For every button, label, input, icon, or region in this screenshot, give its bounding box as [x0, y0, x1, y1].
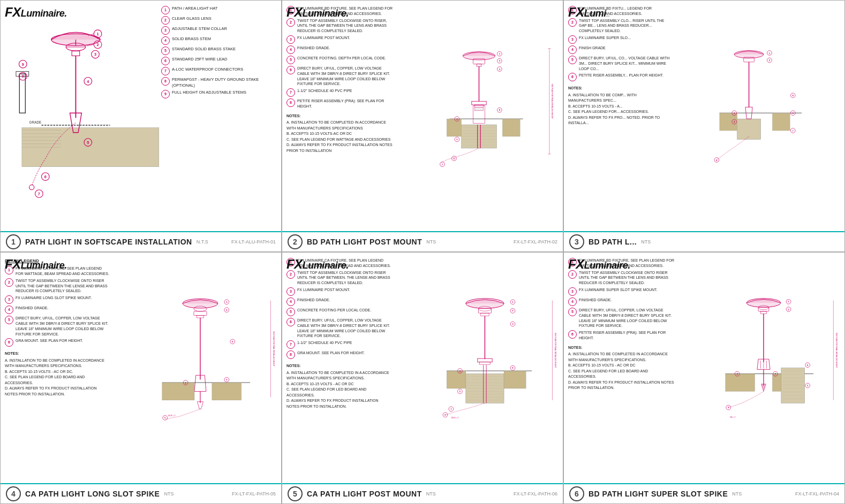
svg-rect-111 — [212, 383, 242, 400]
panel-4-subtitle: NTS — [164, 491, 173, 497]
panel-1-code: FX-LT-ALU-PATH-01 — [231, 239, 276, 245]
notes-3: NOTES: A. INSTALLATION TO BE COMP... WIT… — [568, 86, 670, 126]
svg-text:2: 2 — [499, 59, 500, 62]
panel-1-footer: 1 PATH LIGHT IN SOFTSCAPE INSTALLATION N… — [1, 231, 281, 251]
panel-5-subtitle: NTS — [426, 491, 436, 497]
svg-rect-171 — [760, 311, 766, 314]
svg-rect-45 — [472, 101, 486, 105]
legend-item: 3 FX LUMINAIRE SUPER SLO... — [568, 35, 670, 44]
legend-item: 2 TWIST TOP ASSEMBLY CLOCKWISE ONTO RISE… — [5, 278, 109, 294]
legend-item: 5 DIRECT BURY, UF/UL, CO... VOLTAGE CABL… — [568, 56, 670, 71]
panel-6-title: BD PATH LIGHT SUPER SLOT SPIKE — [589, 490, 728, 498]
svg-text:2: 2 — [769, 59, 771, 62]
legend-4: DETAIL LEGEND 1 FX LUMINAIRE CA FIXTURE.… — [5, 258, 109, 397]
legend-item: 2 TWIST TOP ASSEMBLY CLOCKWISE ONTO RISE… — [568, 270, 675, 286]
panel-4-title: CA PATH LIGHT LONG SLOT SPIKE — [25, 490, 160, 498]
svg-rect-11 — [72, 51, 80, 56]
svg-text:6: 6 — [716, 159, 718, 162]
svg-text:8: 8 — [499, 109, 500, 111]
panel-2-title: BD PATH LIGHT POST MOUNT — [307, 238, 422, 246]
svg-rect-60 — [447, 119, 461, 136]
panel-5-number: 5 — [288, 486, 303, 501]
drawing-svg-6: SEE PLAN FOR FINAL INSTALLED HEIGHT — [690, 253, 844, 463]
panel-3-content: FXLumi... 1 FX LUMINAIRE BD FIXTU... LEG… — [564, 1, 844, 231]
panel-3-footer: 3 BD PATH L... NTS — [564, 231, 844, 251]
notes-4: NOTES: A. INSTALLATION TO BE COMPLETED I… — [5, 351, 109, 397]
panel-1-subtitle: N.T.S — [197, 239, 208, 245]
panel-3: FXLumi... 1 FX LUMINAIRE BD FIXTU... LEG… — [563, 0, 845, 252]
svg-text:6: 6 — [44, 174, 47, 179]
fx-logo-1: FXLuminaire. — [5, 5, 67, 20]
svg-text:8: 8 — [22, 74, 24, 79]
legend-item: 4 FINISHED GRADE. — [5, 306, 109, 314]
panel-5-code: FX-LT-FXL-PATH-06 — [514, 491, 557, 497]
legend-item: 3 FX LUMINAIRE POST MOUNT. — [286, 35, 394, 44]
svg-rect-146 — [504, 371, 526, 388]
panel-6: FXLuminaire. 1 FX LUMINAIRE BD FIXTURE. … — [563, 252, 845, 504]
panel-6-number: 6 — [569, 486, 584, 501]
svg-text:10/16 = 1': 10/16 = 1' — [451, 417, 459, 419]
panel-2-content: FXLuminaire. 1 FX LUMINAIRE BD FIXTURE. … — [282, 1, 563, 231]
svg-text:8: 8 — [512, 366, 514, 369]
svg-rect-145 — [447, 371, 466, 388]
notes-2: NOTES: A. INSTALLATION TO BE COMPLETED I… — [286, 113, 394, 154]
svg-text:6: 6 — [454, 157, 455, 160]
svg-text:3: 3 — [728, 406, 729, 409]
panel-4-code: FX-LT-FXL-PATH-05 — [232, 491, 276, 497]
panel-4-number: 4 — [6, 486, 21, 501]
fx-logo-6: FXLuminaire. — [568, 257, 630, 272]
panel-2-code: FX-LT-FXL-PATH-02 — [514, 239, 557, 245]
legend-item: 6 PETITE RISER ASSEMBLY (PRA): SEE PLAN … — [568, 330, 675, 341]
svg-rect-46 — [474, 105, 483, 107]
drawing-svg-4: SEE PLAN FOR FINAL INSTALLED HEIGHT — [127, 253, 281, 463]
fx-logo-4: FXLuminaire. — [5, 257, 67, 272]
drawing-svg-5: SEE PLAN FOR FINAL INSTALLED HEIGHT — [409, 253, 563, 463]
legend-item: 4 FINISHED GRADE. — [286, 297, 391, 306]
svg-text:5: 5 — [456, 138, 458, 141]
svg-rect-130 — [481, 313, 489, 316]
svg-text:7: 7 — [450, 408, 452, 410]
legend-item: 5 DIRECT BURY, UF/UL, COPPER, LOW VOLTAG… — [568, 308, 675, 329]
svg-text:3: 3 — [226, 378, 228, 381]
legend-item: 6 GRA MOUNT. SEE PLAN FOR HEIGHT. — [5, 338, 109, 347]
panel-5-content: FXLuminaire. 1 FX LUMINAIRE CA FIXTURE. … — [282, 253, 563, 483]
svg-text:9: 9 — [22, 62, 24, 67]
svg-rect-84 — [772, 113, 790, 131]
svg-text:3: 3 — [499, 68, 500, 71]
panel-4: FXLuminaire. DETAIL LEGEND 1 FX LUMINAIR… — [0, 252, 282, 504]
svg-text:4: 4 — [87, 79, 89, 84]
svg-text:1: 1 — [788, 300, 789, 303]
legend-item: 2 TWIST TOP ASSEMBLY CLOCKWISE ONTO RISE… — [286, 270, 391, 286]
panel-1-content: FXLuminaire. 1 PATH / AREA LIGHT HAT 2 C… — [1, 1, 281, 231]
svg-text:6: 6 — [807, 364, 809, 366]
svg-text:1: 1 — [97, 32, 99, 36]
svg-text:7: 7 — [38, 192, 40, 196]
legend-item: 5 DIRECT BURY, UF/UL, COPPER, LOW VOLTAG… — [5, 316, 109, 337]
panel-2-subtitle: NTS — [426, 239, 436, 245]
panel-4-footer: 4 CA PATH LIGHT LONG SLOT SPIKE NTS FX-L… — [1, 483, 281, 503]
svg-rect-133 — [479, 362, 490, 364]
svg-text:6: 6 — [232, 340, 233, 343]
svg-rect-61 — [502, 119, 520, 136]
svg-text:3: 3 — [94, 52, 96, 57]
svg-text:10/16 = 1': 10/16 = 1' — [168, 415, 176, 417]
svg-text:SEE PLAN FOR FINAL INSTALLED H: SEE PLAN FOR FINAL INSTALLED HEIGHT — [835, 333, 838, 368]
legend-item: 4 FINISHED GRADE. — [568, 297, 675, 306]
svg-rect-110 — [162, 383, 194, 400]
panel-1-title-group: 1 PATH LIGHT IN SOFTSCAPE INSTALLATION N… — [6, 234, 231, 249]
panel-5-title: CA PATH LIGHT POST MOUNT — [307, 490, 422, 498]
panel-1: FXLuminaire. 1 PATH / AREA LIGHT HAT 2 C… — [0, 0, 282, 252]
svg-text:2: 2 — [788, 308, 789, 311]
svg-text:1: 1 — [512, 301, 514, 303]
panel-1-number: 1 — [6, 234, 21, 249]
svg-rect-106 — [197, 316, 203, 318]
legend-5: 1 FX LUMINAIRE CA FIXTURE. SEE PLAN LEGE… — [286, 258, 391, 409]
panel-3-title-group: 3 BD PATH L... NTS — [569, 234, 839, 249]
legend-2: 1 FX LUMINAIRE BD FIXTURE. SEE PLAN LEGE… — [286, 6, 394, 154]
drawing-svg-1: 1 2 3 4 5 6 7 8 9 GR — [1, 1, 281, 211]
legend-item: 3 FX LUMINAIRE POST MOUNT. — [286, 287, 391, 296]
notes-6: NOTES: A. INSTALLATION TO BE COMPLETED I… — [568, 345, 675, 391]
svg-text:1: 1 — [226, 301, 228, 303]
svg-rect-82 — [737, 119, 760, 139]
legend-item: 6 PETITE RISER ASSEMBLY... PLAN FOR HEIG… — [568, 73, 670, 81]
